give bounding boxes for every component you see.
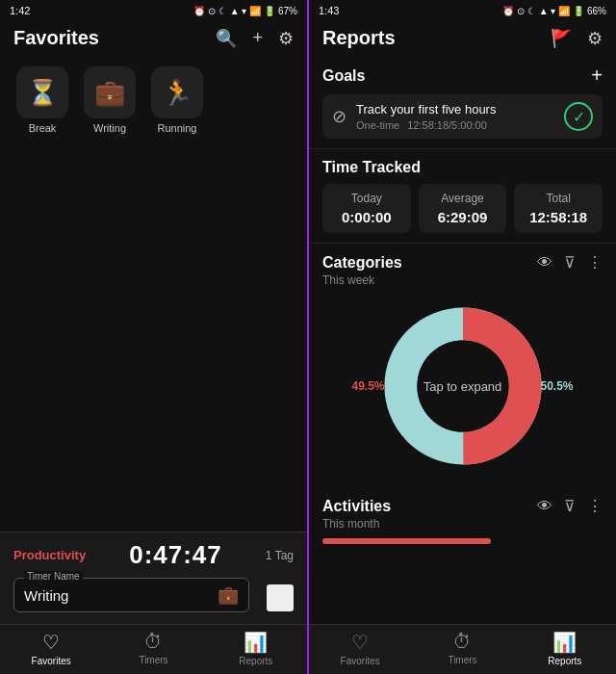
average-label: Average <box>426 192 500 205</box>
heart-icon: ♡ <box>42 631 60 654</box>
reports-content: Goals + ⊘ Track your first five hours On… <box>309 55 616 624</box>
time-tracked-grid: Today 0:00:00 Average 6:29:09 Total 12:5… <box>322 184 603 233</box>
categories-header: Categories 👁 ⊽ ⋮ <box>322 253 603 272</box>
today-label: Today <box>330 192 403 205</box>
goal-progress: 12:58:18/5:00:00 <box>407 119 487 131</box>
today-value: 0:00:00 <box>330 209 403 225</box>
activities-filter-icon[interactable]: ⊽ <box>564 497 576 515</box>
break-label: Break <box>29 122 57 134</box>
categories-subtitle: This week <box>322 273 603 287</box>
top-bar-left: Favorites 🔍 + ⚙ <box>0 21 307 55</box>
settings-button[interactable]: ⚙ <box>278 28 294 49</box>
activities-eye-icon[interactable]: 👁 <box>537 498 552 515</box>
donut-wrap[interactable]: 49.5% Tap to expand 50.5% <box>322 295 603 478</box>
settings-button-right[interactable]: ⚙ <box>587 28 603 49</box>
break-icon: ⏳ <box>27 78 58 108</box>
time-box-today: Today 0:00:00 <box>322 184 411 233</box>
timer-icon-right: ⏱ <box>452 631 472 653</box>
flag-button[interactable]: 🚩 <box>551 28 572 49</box>
timer-tag: 1 Tag <box>266 549 294 562</box>
status-bar-right: 1:43 ⏰ ⊙ ☾ ▲ ▾ 📶 🔋 66% <box>309 0 616 21</box>
top-bar-right: Reports 🚩 ⚙ <box>309 21 616 55</box>
fav-item-writing[interactable]: 💼 Writing <box>81 66 139 134</box>
top-bar-actions-right: 🚩 ⚙ <box>551 28 603 49</box>
reports-title: Reports <box>322 27 396 49</box>
writing-icon: 💼 <box>94 78 125 108</box>
donut-svg <box>381 304 545 468</box>
top-bar-actions-left: 🔍 + ⚙ <box>216 28 294 49</box>
left-spacer <box>0 145 307 531</box>
nav-item-favorites-right[interactable]: ♡ Favorites <box>309 631 411 666</box>
right-screen: 1:43 ⏰ ⊙ ☾ ▲ ▾ 📶 🔋 66% Reports 🚩 ⚙ Goals… <box>307 0 616 674</box>
status-bar-left: 1:42 ⏰ ⊙ ☾ ▲ ▾ 📶 🔋 67% <box>0 0 307 21</box>
activities-more-icon[interactable]: ⋮ <box>587 497 603 515</box>
timer-footer: Productivity 0:47:47 1 Tag Timer Name Wr… <box>0 531 307 624</box>
activities-header: Activities 👁 ⊽ ⋮ <box>322 497 603 515</box>
add-goal-button[interactable]: + <box>591 65 603 87</box>
nav-label-timers-right: Timers <box>448 655 476 665</box>
total-value: 12:58:18 <box>522 209 595 225</box>
nav-label-timers: Timers <box>139 655 167 665</box>
time-left: 1:42 <box>10 5 30 16</box>
bottom-nav-left: ♡ Favorites ⏱ Timers 📊 Reports <box>0 624 307 674</box>
goal-type: One-time <box>356 119 399 131</box>
nav-item-reports[interactable]: 📊 Reports <box>205 631 307 666</box>
left-screen: 1:42 ⏰ ⊙ ☾ ▲ ▾ 📶 🔋 67% Favorites 🔍 + ⚙ ⏳… <box>0 0 307 674</box>
timer-input-label: Timer Name <box>24 571 83 582</box>
goals-section: Goals + ⊘ Track your first five hours On… <box>309 55 616 149</box>
time-right: 1:43 <box>319 5 339 16</box>
goal-meta: One-time 12:58:18/5:00:00 <box>356 119 554 131</box>
timer-input-value: Writing <box>24 587 218 604</box>
hide-icon[interactable]: 👁 <box>537 254 552 272</box>
average-value: 6:29:09 <box>426 209 500 225</box>
goal-title: Track your first five hours <box>356 102 554 117</box>
nav-item-timers-right[interactable]: ⏱ Timers <box>411 631 513 666</box>
timer-time: 0:47:47 <box>129 540 222 570</box>
nav-label-favorites: Favorites <box>32 656 71 666</box>
reports-icon: 📊 <box>244 631 268 654</box>
timer-category: Productivity <box>13 548 86 562</box>
goal-check-icon: ✓ <box>564 102 593 131</box>
timer-row: Productivity 0:47:47 1 Tag <box>13 540 294 570</box>
timer-input-row[interactable]: Timer Name Writing 💼 <box>13 578 249 612</box>
goal-no-repeat-icon: ⊘ <box>332 106 346 127</box>
time-tracked-section: Time Tracked Today 0:00:00 Average 6:29:… <box>309 149 616 244</box>
donut-pct-right: 50.5% <box>540 379 573 393</box>
favorites-title: Favorites <box>13 27 99 49</box>
activities-section: Activities 👁 ⊽ ⋮ This month <box>309 487 616 554</box>
goals-header: Goals + <box>322 65 603 87</box>
fav-item-break[interactable]: ⏳ Break <box>13 66 71 134</box>
categories-section: Categories 👁 ⊽ ⋮ This week 49.5% <box>309 244 616 487</box>
activities-bar <box>322 538 491 544</box>
favorites-grid: ⏳ Break 💼 Writing 🏃 Running <box>0 55 307 145</box>
more-icon[interactable]: ⋮ <box>587 253 603 272</box>
nav-item-timers[interactable]: ⏱ Timers <box>102 631 204 666</box>
activities-subtitle: This month <box>322 517 603 531</box>
break-icon-wrap: ⏳ <box>16 66 68 118</box>
activities-title: Activities <box>322 498 391 515</box>
running-icon-wrap: 🏃 <box>151 66 203 118</box>
briefcase-icon: 💼 <box>218 584 239 606</box>
status-icons-right: ⏰ ⊙ ☾ ▲ ▾ 📶 🔋 66% <box>502 6 606 16</box>
heart-icon-right: ♡ <box>351 631 369 654</box>
donut-chart[interactable]: 49.5% Tap to expand 50.5% <box>381 304 545 468</box>
writing-label: Writing <box>93 122 126 134</box>
nav-label-reports: Reports <box>239 656 272 666</box>
nav-item-favorites[interactable]: ♡ Favorites <box>0 631 102 666</box>
nav-label-reports-right: Reports <box>548 656 581 666</box>
activities-actions: 👁 ⊽ ⋮ <box>537 497 603 515</box>
filter-icon[interactable]: ⊽ <box>564 253 576 272</box>
status-icons-left: ⏰ ⊙ ☾ ▲ ▾ 📶 🔋 67% <box>193 6 297 16</box>
search-button[interactable]: 🔍 <box>216 28 237 49</box>
bottom-nav-right: ♡ Favorites ⏱ Timers 📊 Reports <box>309 624 616 674</box>
timer-icon: ⏱ <box>143 631 163 653</box>
categories-actions: 👁 ⊽ ⋮ <box>537 253 603 272</box>
add-button[interactable]: + <box>252 28 263 48</box>
time-tracked-header: Time Tracked <box>322 159 603 176</box>
time-box-total: Total 12:58:18 <box>514 184 603 233</box>
fav-item-running[interactable]: 🏃 Running <box>148 66 206 134</box>
nav-item-reports-right[interactable]: 📊 Reports <box>514 631 616 666</box>
total-label: Total <box>522 192 595 205</box>
goal-item[interactable]: ⊘ Track your first five hours One-time 1… <box>322 94 603 139</box>
timer-stop-button[interactable] <box>267 584 294 611</box>
